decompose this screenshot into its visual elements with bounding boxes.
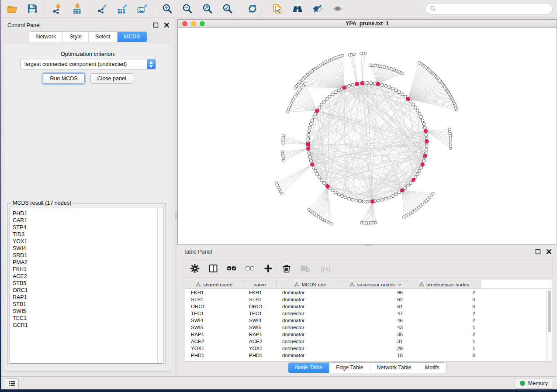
table-cell: STB1 <box>185 296 243 303</box>
table-row[interactable]: TEC1TEC1connector472 <box>185 310 552 317</box>
table-cell: 2 <box>408 289 481 296</box>
run-mcds-button[interactable]: Run MCDS <box>43 73 84 84</box>
import-network-button[interactable] <box>49 2 66 16</box>
mcds-result-item[interactable]: PMA2 <box>13 259 163 266</box>
gear-button[interactable] <box>187 261 202 276</box>
float-panel-icon[interactable] <box>153 22 159 28</box>
float-panel-icon[interactable] <box>535 249 541 254</box>
deselect-all-button[interactable] <box>242 261 257 276</box>
app-window: Control Panel NetworkStyleSelectMCDS Opt… <box>1 0 557 389</box>
first-neighbors-button[interactable] <box>289 2 306 16</box>
export-table-icon <box>117 3 128 14</box>
table-row[interactable]: STB1STB1dominator620 <box>185 296 552 303</box>
columns-button[interactable] <box>206 261 220 276</box>
fx-button[interactable]: f(x) <box>316 261 334 276</box>
search-field[interactable] <box>425 3 553 14</box>
open-button[interactable] <box>4 2 21 16</box>
column-label: predecessor nodes <box>426 282 469 287</box>
add-button[interactable] <box>261 261 275 276</box>
mcds-result-item[interactable]: FKH1 <box>13 266 163 273</box>
delete-table-button[interactable] <box>298 261 312 276</box>
table-row[interactable]: PHD1PHD1dominator180 <box>185 352 552 359</box>
scrollbar-thumb[interactable] <box>548 291 551 332</box>
mcds-result-item[interactable]: SWI5 <box>13 308 163 315</box>
network-canvas[interactable] <box>178 28 557 244</box>
table-row[interactable]: YOX1YOX1connector291 <box>185 345 552 352</box>
table-row[interactable]: FKH1FKH1dominator962 <box>185 289 552 296</box>
mcds-result-item[interactable]: STP4 <box>13 224 163 231</box>
hide-selected-icon <box>312 3 323 14</box>
criterion-dropdown[interactable]: largest connected component (undirected) <box>20 59 156 69</box>
memory-button[interactable]: Memory <box>515 378 553 389</box>
search-input[interactable] <box>436 6 548 12</box>
tab-node-table[interactable]: Node Table <box>288 363 329 373</box>
show-all-button[interactable] <box>329 2 346 16</box>
column-header-shared-name[interactable]: shared name <box>185 280 243 289</box>
mcds-result-item[interactable]: RAP1 <box>13 294 163 301</box>
column-header-predecessor-nodes[interactable]: predecessor nodes <box>408 280 481 289</box>
table-row[interactable]: RAP1RAP1dominator352 <box>185 331 552 338</box>
mcds-result-list[interactable]: PHD1CAR1STP4TID3YOX1SWI4SRD1PMA2FKH1ACE2… <box>10 208 163 364</box>
export-image-button[interactable] <box>134 2 151 16</box>
mcds-result-item[interactable]: STB1 <box>13 301 163 308</box>
table-cell: 0 <box>408 352 481 359</box>
table-cell: SWI4 <box>185 317 243 324</box>
export-table-button[interactable] <box>114 2 131 16</box>
table-cell: PHD1 <box>243 352 277 359</box>
mcds-result-item[interactable]: YOX1 <box>13 238 163 245</box>
import-table-button[interactable] <box>69 2 86 16</box>
close-panel-icon[interactable] <box>164 22 170 28</box>
tab-mcds[interactable]: MCDS <box>117 32 147 42</box>
save-button[interactable] <box>24 2 41 16</box>
main-toolbar <box>1 0 557 17</box>
table-row[interactable]: SWI5SWI5connector431 <box>185 324 552 331</box>
mcds-result-item[interactable]: ACE2 <box>13 273 163 280</box>
refresh-button[interactable] <box>244 2 261 16</box>
tab-network[interactable]: Network <box>29 32 62 42</box>
table-cell: dominator <box>277 331 344 338</box>
close-panel-button[interactable]: Close panel <box>90 73 133 84</box>
mcds-result-item[interactable]: STB5 <box>13 280 163 287</box>
toolbar-group <box>94 2 151 16</box>
zoom-selected-button[interactable] <box>219 2 236 16</box>
dock-list-button[interactable] <box>5 378 19 388</box>
table-cell: TEC1 <box>185 310 243 317</box>
mcds-result-item[interactable]: GCR1 <box>13 322 163 329</box>
duplicate-network-button[interactable] <box>269 2 286 16</box>
fx-icon: f(x) <box>320 263 330 274</box>
table-row[interactable]: SWI4SWI4dominator462 <box>185 317 552 324</box>
select-all-button[interactable] <box>224 261 239 276</box>
hide-selected-button[interactable] <box>309 2 326 16</box>
trash-button[interactable] <box>279 261 294 276</box>
mcds-result-item[interactable]: TID3 <box>13 231 163 238</box>
zoom-out-button[interactable] <box>179 2 196 16</box>
table-header-row: shared namenameMCDS rolesuccessor nodesp… <box>185 280 552 289</box>
mcds-result-item[interactable]: CAR1 <box>13 217 163 224</box>
table-scrollbar[interactable] <box>547 289 552 361</box>
close-panel-icon[interactable] <box>546 249 552 254</box>
network-titlebar[interactable]: YPA_prune.txt_1 <box>178 20 557 28</box>
tab-network-table[interactable]: Network Table <box>370 363 418 373</box>
mcds-result-item[interactable]: ORC1 <box>13 287 163 294</box>
table-row[interactable]: ORC1ORC1dominator610 <box>185 303 552 310</box>
table-row[interactable]: ACE2ACE2connector311 <box>185 338 552 345</box>
table-cell: TEC1 <box>243 310 277 317</box>
zoom-fit-button[interactable] <box>199 2 216 16</box>
tab-motifs[interactable]: Motifs <box>418 363 446 373</box>
column-header-name[interactable]: name <box>243 280 277 289</box>
tab-select[interactable]: Select <box>88 32 117 42</box>
tab-style[interactable]: Style <box>62 32 88 42</box>
column-header-MCDS-role[interactable]: MCDS role <box>277 280 344 289</box>
zoom-in-button[interactable] <box>159 2 176 16</box>
mcds-result-item[interactable]: TEC1 <box>13 315 163 322</box>
tab-edge-table[interactable]: Edge Table <box>329 363 370 373</box>
mcds-result-item[interactable]: PHD1 <box>13 210 163 217</box>
mcds-result-item[interactable]: SRD1 <box>13 252 163 259</box>
dropdown-stepper-icon[interactable] <box>147 59 156 69</box>
table-panel: Table Panel f(x) shared namenameMCDS rol… <box>177 246 557 376</box>
export-network-button[interactable] <box>94 2 111 16</box>
column-header-successor-nodes[interactable]: successor nodes <box>344 280 408 289</box>
mcds-result-item[interactable]: SWI4 <box>13 245 163 252</box>
table-cell: STB1 <box>243 296 277 303</box>
result-scrollbar[interactable] <box>157 208 163 363</box>
